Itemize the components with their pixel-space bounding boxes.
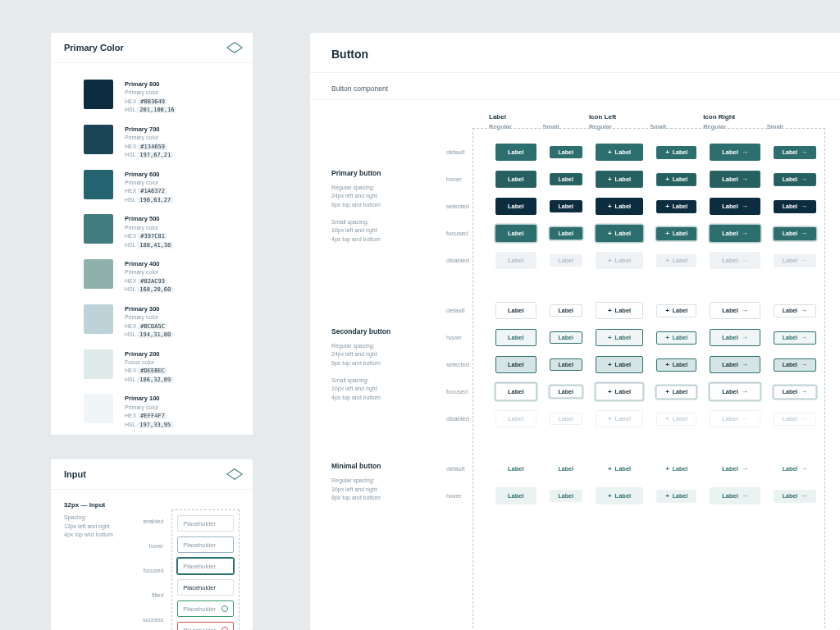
secondary-button-disabled: Label→ (710, 410, 760, 427)
secondary-button-focused[interactable]: +Label (656, 386, 696, 399)
button-label: Label (673, 149, 687, 155)
secondary-button-selected[interactable]: +Label (656, 358, 696, 372)
input-note: Spacing: (64, 514, 128, 523)
secondary-button-default[interactable]: Label→ (774, 304, 816, 317)
primary-button-default[interactable]: Label→ (710, 144, 760, 161)
minimal-button-hover[interactable]: Label (495, 487, 536, 504)
primary-button-default[interactable]: +Label (596, 144, 643, 161)
input-field-error[interactable]: Placeholder (177, 622, 234, 630)
arrow-right-icon: → (742, 149, 748, 156)
plus-icon: + (608, 176, 612, 183)
secondary-button-default[interactable]: Label→ (710, 302, 760, 319)
arrow-right-icon: → (801, 308, 807, 314)
minimal-button-default[interactable]: Label (550, 463, 582, 475)
color-swatch-row: Primary 400 Primary color HEX #82AC93 HS… (84, 259, 236, 294)
primary-button-focused[interactable]: Label→ (710, 225, 760, 242)
primary-button-selected[interactable]: Label→ (710, 198, 760, 215)
minimal-button-default[interactable]: +Label (656, 463, 696, 476)
secondary-button-selected[interactable]: Label→ (710, 356, 760, 373)
secondary-button-selected[interactable]: +Label (596, 356, 643, 373)
secondary-button-default[interactable]: Label (495, 302, 536, 319)
minimal-button-default[interactable]: Label→ (710, 460, 760, 477)
secondary-button-focused[interactable]: Label→ (774, 386, 816, 399)
secondary-button-default[interactable]: +Label (596, 302, 643, 319)
input-placeholder: Placeholder (183, 627, 216, 631)
primary-button-focused[interactable]: +Label (596, 225, 643, 242)
minimal-button-hover[interactable]: +Label (596, 487, 643, 504)
secondary-button-hover[interactable]: +Label (596, 329, 643, 346)
secondary-button-default[interactable]: Label (550, 304, 582, 317)
input-field-filled[interactable]: Placeholder (177, 579, 234, 596)
input-field-hover[interactable]: Placeholder (177, 536, 234, 553)
secondary-button-default[interactable]: +Label (656, 304, 696, 317)
primary-button-selected[interactable]: Label→ (774, 200, 816, 213)
primary-button-default[interactable]: Label (495, 144, 536, 161)
secondary-button-hover[interactable]: Label (495, 329, 536, 346)
button-label: Label (559, 466, 573, 472)
button-label: Label (673, 416, 687, 422)
column-sub-header: Regular (489, 123, 543, 139)
minimal-button-default[interactable]: Label (495, 460, 536, 477)
primary-button-focused[interactable]: Label (550, 227, 582, 240)
secondary-button-hover[interactable]: +Label (656, 331, 696, 345)
primary-button-hover[interactable]: Label (550, 173, 582, 185)
secondary-button-hover[interactable]: Label→ (710, 329, 760, 346)
button-label: Label (615, 307, 632, 314)
input-placeholder: Placeholder (183, 563, 216, 570)
primary-button-default[interactable]: +Label (656, 146, 696, 159)
primary-button-hover[interactable]: +Label (596, 171, 643, 188)
primary-button-selected[interactable]: Label (495, 198, 536, 215)
primary-button-selected[interactable]: +Label (656, 200, 696, 213)
color-swatch (84, 125, 113, 154)
plus-icon: + (665, 176, 669, 183)
primary-button-default[interactable]: Label (550, 146, 582, 158)
secondary-button-selected[interactable]: Label (550, 358, 582, 371)
secondary-button-focused[interactable]: Label→ (710, 383, 760, 400)
input-field-enabled[interactable]: Placeholder (177, 515, 234, 532)
minimal-button-hover[interactable]: Label→ (774, 490, 816, 503)
plus-icon: + (665, 203, 669, 210)
primary-button-selected[interactable]: Label (550, 200, 582, 212)
minimal-button-default[interactable]: +Label (596, 460, 643, 477)
minimal-button-hover[interactable]: Label (550, 490, 582, 502)
column-sub-header: Small (650, 123, 703, 139)
plus-icon: + (608, 362, 612, 368)
button-label: Label (615, 176, 632, 183)
secondary-button-hover[interactable]: Label→ (774, 331, 816, 345)
arrow-right-icon: → (742, 203, 748, 210)
button-label: Label (783, 231, 797, 236)
plus-icon: + (608, 389, 612, 395)
secondary-button-selected[interactable]: Label (495, 356, 536, 373)
input-field-success[interactable]: Placeholder (177, 600, 234, 617)
primary-button-hover[interactable]: +Label (656, 173, 696, 186)
color-name: Primary 700 (125, 125, 173, 134)
input-field-focused[interactable]: Placeholder (177, 558, 234, 574)
button-section-notes: Regular spacing:16px left and right8px t… (331, 475, 438, 503)
secondary-button-focused[interactable]: Label (550, 386, 582, 398)
secondary-button-focused[interactable]: +Label (596, 383, 643, 400)
primary-button-focused[interactable]: Label (495, 225, 536, 242)
arrow-right-icon: → (801, 258, 807, 264)
plus-icon: + (608, 466, 612, 472)
plus-icon: + (665, 231, 669, 237)
minimal-button-hover[interactable]: Label→ (710, 487, 760, 504)
primary-button-focused[interactable]: Label→ (774, 227, 816, 240)
secondary-button-selected[interactable]: Label→ (774, 358, 816, 372)
button-label: Label (615, 415, 632, 422)
primary-button-hover[interactable]: Label→ (774, 173, 816, 186)
button-label: Label (559, 176, 573, 182)
primary-button-hover[interactable]: Label (495, 171, 536, 188)
button-label: Label (508, 415, 524, 422)
minimal-button-default[interactable]: Label→ (774, 463, 816, 476)
primary-button-hover[interactable]: Label→ (710, 171, 760, 188)
plus-icon: + (608, 258, 612, 264)
secondary-button-hover[interactable]: Label (550, 331, 582, 344)
primary-button-focused[interactable]: +Label (656, 227, 696, 240)
primary-button-default[interactable]: Label→ (774, 146, 816, 159)
secondary-button-focused[interactable]: Label (495, 383, 536, 400)
button-label: Label (673, 308, 687, 313)
arrow-right-icon: → (801, 335, 807, 341)
primary-button-selected[interactable]: +Label (596, 198, 643, 215)
minimal-button-hover[interactable]: +Label (656, 490, 696, 503)
arrow-right-icon: → (801, 176, 807, 183)
